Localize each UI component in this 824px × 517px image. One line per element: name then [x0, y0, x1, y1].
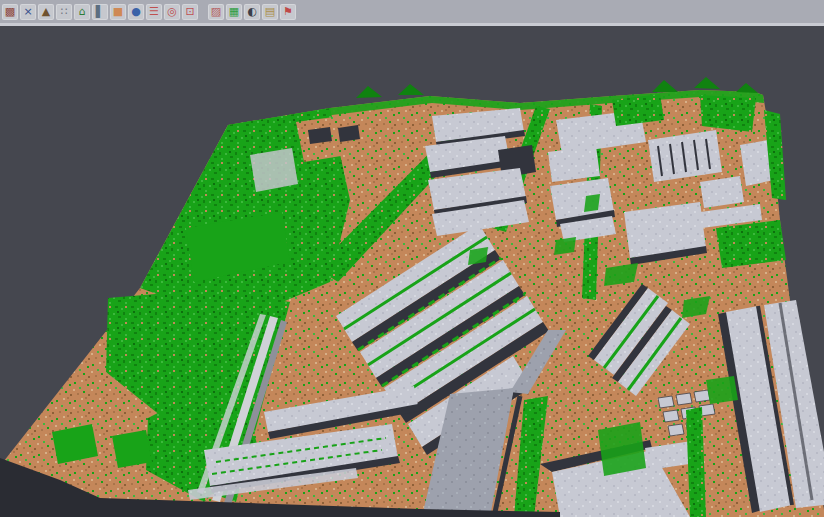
terrain-icon[interactable]: ▲: [38, 4, 54, 20]
points-icon[interactable]: ∷: [56, 4, 72, 20]
sphere-icon[interactable]: ◐: [244, 4, 260, 20]
application-window: ▩ × ▲ ∷ ⌂ ▌ ■ ● ☰ ◎ ⊡ ▨ ▦ ◐ ▤ ⚑: [0, 0, 824, 517]
flag-icon[interactable]: ⚑: [280, 4, 296, 20]
palette-icon[interactable]: ▤: [262, 4, 278, 20]
viewport-3d[interactable]: [0, 24, 824, 517]
target-icon[interactable]: ◎: [164, 4, 180, 20]
grid-icon[interactable]: ▨: [208, 4, 224, 20]
globe-icon[interactable]: ●: [128, 4, 144, 20]
move-view-icon[interactable]: ×: [20, 4, 36, 20]
point-cloud-scene: [0, 0, 824, 517]
select-region-icon[interactable]: ▩: [2, 4, 18, 20]
toolbar: ▩ × ▲ ∷ ⌂ ▌ ■ ● ☰ ◎ ⊡ ▨ ▦ ◐ ▤ ⚑: [0, 0, 824, 26]
ortho-view-icon[interactable]: ■: [110, 4, 126, 20]
classify-icon[interactable]: ▦: [226, 4, 242, 20]
fit-view-icon[interactable]: ⊡: [182, 4, 198, 20]
vegetation-icon[interactable]: ⌂: [74, 4, 90, 20]
layers-icon[interactable]: ☰: [146, 4, 162, 20]
slice-icon[interactable]: ▌: [92, 4, 108, 20]
